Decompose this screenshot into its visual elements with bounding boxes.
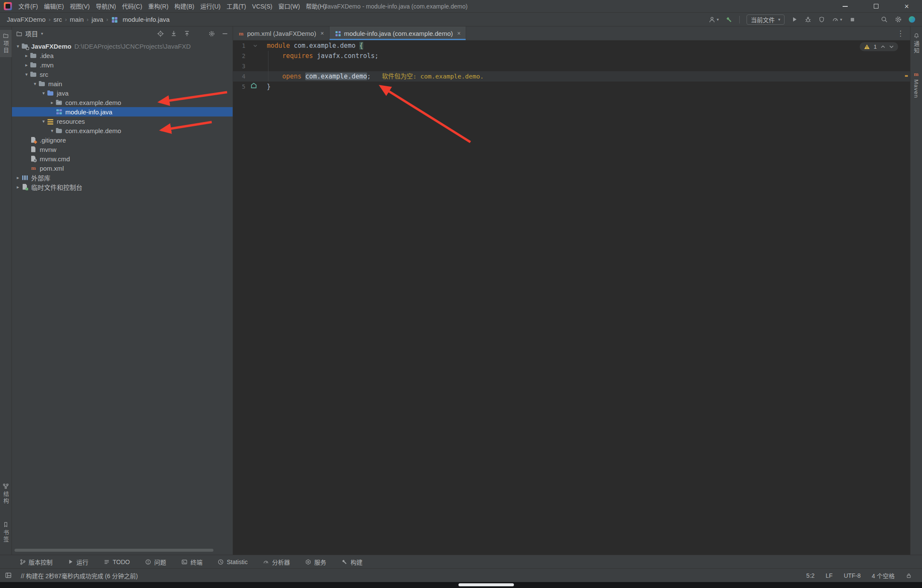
close-button[interactable]: × — [891, 0, 922, 13]
tree-row-module-info-selected[interactable]: ▸ module-info.java — [12, 107, 233, 116]
tab-options-icon[interactable]: ⋮ — [897, 26, 910, 40]
chevron-down-icon[interactable]: ▾ — [15, 44, 21, 49]
ide-update-icon[interactable] — [909, 16, 915, 23]
line-separator[interactable]: LF — [826, 572, 832, 579]
tool-button-terminal[interactable]: 终端 — [181, 558, 202, 566]
menu-refactor[interactable]: 重构(R) — [145, 0, 171, 13]
menu-vcs[interactable]: VCS(S) — [249, 0, 275, 13]
tree-row-package-java[interactable]: ▸ com.example.demo — [12, 98, 233, 107]
debug-icon[interactable] — [805, 16, 811, 23]
expand-all-icon[interactable] — [170, 30, 177, 37]
tool-button-version-control[interactable]: 版本控制 — [20, 558, 53, 566]
menu-window[interactable]: 窗口(W) — [275, 0, 303, 13]
tool-button-bookmarks[interactable]: 书签 — [0, 519, 12, 546]
chevron-right-icon[interactable]: ▸ — [15, 175, 21, 180]
tree-row-gitignore[interactable]: ▸ .gitignore — [12, 135, 233, 145]
tree-row-idea[interactable]: ▸ .idea — [12, 51, 233, 60]
chevron-right-icon[interactable]: ▸ — [15, 184, 21, 190]
status-message[interactable]: // 构建在 2秒87毫秒内成功完成 (6 分钟之前) — [21, 571, 138, 580]
tree-row-java[interactable]: ▾ java — [12, 88, 233, 98]
fold-marker-icon[interactable] — [253, 44, 257, 47]
tree-row-mvn[interactable]: ▸ .mvn — [12, 60, 233, 70]
stop-icon[interactable] — [849, 16, 856, 23]
tree-row-mvnw-cmd[interactable]: ▸ mvnw.cmd — [12, 154, 233, 163]
close-icon[interactable]: × — [457, 30, 461, 37]
tree-row-external-libraries[interactable]: ▸ 外部库 — [12, 173, 233, 182]
tool-button-statistic[interactable]: Statistic — [218, 559, 248, 565]
maximize-button[interactable] — [861, 0, 891, 13]
tool-button-notifications[interactable]: 通知 — [910, 30, 922, 58]
tree-row-src[interactable]: ▾ src — [12, 70, 233, 79]
breadcrumb-java[interactable]: java — [91, 16, 103, 23]
caret-position[interactable]: 5:2 — [806, 572, 814, 579]
tree-row-project-root[interactable]: ▾ JavaFXDemo D:\IDEAProjects\JCNCProject… — [12, 41, 233, 51]
menu-edit[interactable]: 编辑(E) — [41, 0, 67, 13]
breadcrumb-main[interactable]: main — [70, 16, 84, 23]
hide-panel-icon[interactable] — [222, 30, 228, 37]
code-editor[interactable]: 1 2 3 4 5 module com.example.demo { requ… — [233, 41, 910, 555]
tool-button-problems[interactable]: 问题 — [145, 558, 166, 566]
code-line-4[interactable]: opens com.example.demo;软件包为空: com.exampl… — [267, 71, 910, 82]
breadcrumb-src[interactable]: src — [53, 16, 62, 23]
profile-button[interactable]: ▾ — [709, 16, 719, 23]
file-encoding[interactable]: UTF-8 — [844, 572, 861, 579]
menu-code[interactable]: 代码(C) — [119, 0, 145, 13]
error-stripe-warning-mark[interactable] — [905, 75, 908, 77]
previous-problem-icon[interactable] — [881, 45, 885, 48]
indent-setting[interactable]: 4 个空格 — [872, 571, 895, 580]
code-line-3[interactable] — [267, 61, 910, 71]
tree-row-package-resources[interactable]: ▾ com.example.demo — [12, 126, 233, 135]
close-icon[interactable]: × — [321, 30, 324, 37]
run-icon[interactable] — [791, 16, 798, 23]
chevron-right-icon[interactable]: ▸ — [49, 100, 55, 105]
breadcrumb-file[interactable]: module-info.java — [111, 16, 169, 23]
tree-row-resources[interactable]: ▾ resources — [12, 116, 233, 126]
menu-build[interactable]: 构建(B) — [172, 0, 198, 13]
chevron-right-icon[interactable]: ▸ — [23, 62, 30, 68]
horizontal-scrollbar[interactable] — [15, 549, 213, 552]
menu-navigate[interactable]: 导航(N) — [93, 0, 119, 13]
coverage-icon[interactable] — [818, 16, 825, 23]
inspections-widget[interactable]: 1 — [860, 42, 898, 51]
layout-icon[interactable] — [5, 572, 12, 579]
settings-gear-icon[interactable] — [895, 16, 902, 23]
menu-file[interactable]: 文件(F) — [15, 0, 41, 13]
minimize-button[interactable] — [830, 0, 861, 13]
menu-view[interactable]: 视图(V) — [67, 0, 93, 13]
chevron-down-icon[interactable]: ▾ — [32, 81, 38, 87]
next-problem-icon[interactable] — [889, 45, 894, 48]
tool-button-profiler[interactable]: 分析器 — [263, 558, 290, 566]
profiler-button[interactable]: ▾ — [832, 16, 842, 23]
chevron-down-icon[interactable]: ▾ — [41, 31, 43, 36]
tool-button-build[interactable]: 构建 — [341, 558, 362, 566]
run-configuration-select[interactable]: 当前文件 ▾ — [747, 15, 785, 25]
menu-run[interactable]: 运行(U) — [197, 0, 223, 13]
locate-file-icon[interactable] — [157, 30, 164, 37]
tree-row-main[interactable]: ▾ main — [12, 79, 233, 88]
tab-module-info[interactable]: module-info.java (com.example.demo) × — [330, 26, 466, 40]
code-line-2[interactable]: requires javafx.controls; — [267, 51, 910, 61]
tool-button-maven[interactable]: m Maven — [910, 68, 922, 101]
build-hammer-icon[interactable] — [726, 16, 732, 23]
tree-row-scratches[interactable]: ▸ 临时文件和控制台 — [12, 182, 233, 192]
collapse-all-icon[interactable] — [184, 30, 190, 37]
chevron-down-icon[interactable]: ▾ — [23, 72, 30, 77]
chevron-down-icon[interactable]: ▾ — [49, 128, 55, 134]
breadcrumb-project[interactable]: JavaFXDemo — [7, 16, 46, 23]
chevron-down-icon[interactable]: ▾ — [40, 119, 47, 124]
lock-icon[interactable] — [906, 573, 912, 579]
tool-button-structure[interactable]: 结构 — [0, 480, 12, 508]
code-line-5[interactable]: } — [267, 82, 910, 92]
panel-settings-gear-icon[interactable] — [208, 30, 215, 37]
chevron-down-icon[interactable]: ▾ — [40, 90, 47, 96]
tree-row-pom[interactable]: ▸ m pom.xml — [12, 163, 233, 173]
menu-tools[interactable]: 工具(T) — [224, 0, 249, 13]
tool-button-todo[interactable]: TODO — [104, 559, 130, 565]
tool-button-run[interactable]: 运行 — [68, 558, 88, 566]
tree-row-mvnw[interactable]: ▸ mvnw — [12, 145, 233, 154]
fold-end-marker-icon[interactable] — [251, 83, 257, 88]
tool-button-project[interactable]: 项目 — [0, 30, 12, 57]
search-icon[interactable] — [881, 16, 888, 23]
tool-button-services[interactable]: 服务 — [305, 558, 326, 566]
chevron-right-icon[interactable]: ▸ — [23, 53, 30, 58]
